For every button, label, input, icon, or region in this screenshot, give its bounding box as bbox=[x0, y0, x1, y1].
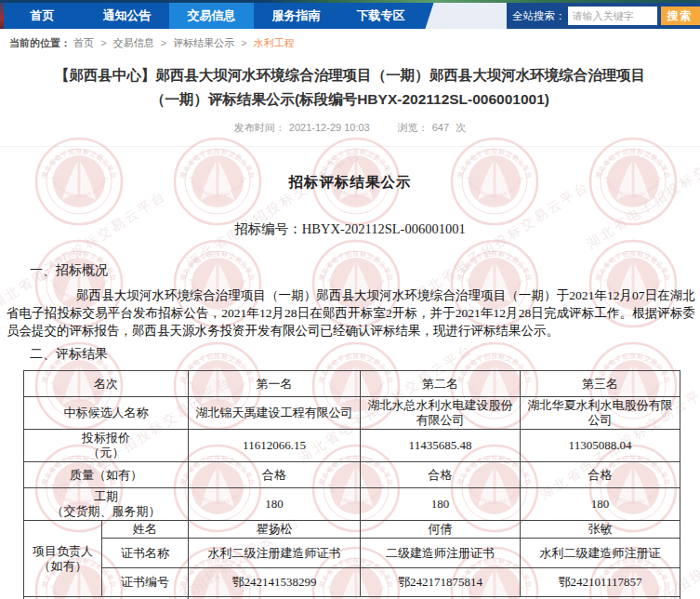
price-2: 11435685.48 bbox=[361, 430, 521, 462]
duration-3: 180 bbox=[521, 488, 680, 521]
page: 首页 通知公告 交易信息 服务指南 下载专区 全站搜索： 搜索 当前的位置： 首… bbox=[0, 0, 700, 599]
table-row-quality: 质量（如有） 合格 合格 合格 bbox=[24, 462, 680, 488]
section1-title: 一、招标概况 bbox=[30, 262, 700, 279]
cert-no-1: 鄂242141538299 bbox=[189, 568, 361, 597]
price-1: 11612066.15 bbox=[189, 430, 361, 462]
nav-tab-trade-info[interactable]: 交易信息 bbox=[169, 3, 254, 29]
leader-name-3: 张敏 bbox=[521, 521, 680, 539]
table-row-header: 名次 第一名 第二名 第三名 bbox=[24, 371, 680, 397]
search-button[interactable]: 搜索 bbox=[661, 7, 700, 25]
table-row-cert-no: 证书编号 鄂242141538299 鄂242171875814 鄂242101… bbox=[24, 568, 680, 597]
bid-number-line: 招标编号：HBYX-202112SL-006001001 bbox=[0, 220, 700, 238]
site-search-bar: 全站搜索： 搜索 bbox=[507, 3, 700, 29]
bid-number-label: 招标编号： bbox=[234, 221, 302, 236]
duration-1: 180 bbox=[189, 488, 361, 521]
section2-title: 二、评标结果 bbox=[30, 346, 700, 363]
quality-1: 合格 bbox=[189, 462, 361, 488]
cert-no-2: 鄂242171875814 bbox=[361, 568, 521, 597]
views-label: 浏览： bbox=[398, 122, 429, 133]
header-first: 第一名 bbox=[189, 371, 361, 397]
search-label: 全站搜索： bbox=[512, 9, 566, 23]
publish-time-value: 2021-12-29 10:03 bbox=[289, 122, 370, 133]
evaluation-result-table: 名次 第一名 第二名 第三名 中标候选人名称 湖北锦天禹建设工程有限公司 湖北水… bbox=[23, 370, 680, 599]
table-row-candidates: 中标候选人名称 湖北锦天禹建设工程有限公司 湖北水总水利水电建设股份有限公司 湖… bbox=[24, 397, 680, 430]
breadcrumb-prefix: 当前的位置： bbox=[9, 37, 71, 48]
top-nav: 首页 通知公告 交易信息 服务指南 下载专区 全站搜索： 搜索 bbox=[0, 3, 700, 29]
nav-tab-home[interactable]: 首页 bbox=[0, 3, 85, 29]
breadcrumb-item-home[interactable]: 首页 bbox=[73, 37, 94, 48]
breadcrumb-item-trade-info[interactable]: 交易信息 bbox=[113, 37, 154, 48]
candidate-1: 湖北锦天禹建设工程有限公司 bbox=[189, 397, 361, 430]
article-content: 招标评标结果公示 招标编号：HBYX-202112SL-006001001 一、… bbox=[0, 173, 700, 599]
cert-no-label: 证书编号 bbox=[102, 568, 189, 597]
nav-tab-service-guide[interactable]: 服务指南 bbox=[254, 3, 338, 29]
cert-name-3: 水利二级建造师注册证 bbox=[521, 539, 680, 568]
nav-tab-downloads[interactable]: 下载专区 bbox=[338, 3, 423, 29]
header-second: 第二名 bbox=[361, 371, 521, 397]
breadcrumb-item-results[interactable]: 评标结果公示 bbox=[173, 37, 234, 48]
cert-no-3: 鄂242101117857 bbox=[521, 568, 680, 597]
section1-paragraph: 郧西县大坝河水环境综合治理项目（一期）郧西县大坝河水环境综合治理项目（一期）于2… bbox=[7, 286, 695, 339]
search-input[interactable] bbox=[568, 7, 657, 25]
breadcrumb-separator: > bbox=[241, 37, 246, 48]
candidate-label: 中标候选人名称 bbox=[24, 397, 189, 430]
table-row-cert-name: 证书名称 水利二级注册建造师证书 二级建造师注册证书 水利二级建造师注册证 bbox=[24, 539, 680, 568]
cert-name-2: 二级建造师注册证书 bbox=[361, 539, 521, 568]
candidate-2: 湖北水总水利水电建设股份有限公司 bbox=[361, 397, 521, 430]
table-row-price: 投标报价 （元） 11612066.15 11435685.48 1130508… bbox=[24, 430, 680, 462]
duration-2: 180 bbox=[361, 488, 521, 521]
candidate-3: 湖北华夏水利水电股份有限公司 bbox=[521, 397, 680, 430]
duration-label: 工期 （交货期、服务期） bbox=[24, 488, 189, 521]
header-rank: 名次 bbox=[24, 371, 189, 397]
price-label: 投标报价 （元） bbox=[24, 430, 189, 462]
name-label: 姓名 bbox=[102, 521, 189, 539]
breadcrumb-separator: > bbox=[100, 37, 106, 48]
article-meta: 发布时间：2021-12-29 10:03浏览：647 次 bbox=[0, 121, 700, 147]
publish-time-label: 发布时间： bbox=[234, 122, 285, 133]
nav-diagonal-divider bbox=[425, 3, 520, 29]
result-heading: 招标评标结果公示 bbox=[0, 173, 700, 193]
header-third: 第三名 bbox=[521, 371, 680, 397]
price-3: 11305088.04 bbox=[521, 430, 680, 462]
nav-tab-notices[interactable]: 通知公告 bbox=[85, 3, 169, 29]
cert-name-label: 证书名称 bbox=[102, 539, 189, 568]
leader-name-1: 瞿扬松 bbox=[189, 521, 361, 539]
table-row-duration: 工期 （交货期、服务期） 180 180 180 bbox=[24, 488, 680, 521]
table-row-leader-name: 项目负责人 （如有） 姓名 瞿扬松 何倩 张敏 bbox=[24, 521, 680, 539]
quality-label: 质量（如有） bbox=[24, 462, 189, 488]
quality-3: 合格 bbox=[521, 462, 680, 488]
leader-group-label: 项目负责人 （如有） bbox=[24, 521, 102, 597]
breadcrumb: 当前的位置： 首页 > 交易信息 > 评标结果公示 > 水利工程 bbox=[0, 29, 700, 56]
article-title: 【郧西县中心】郧西县大坝河水环境综合治理项目（一期）郧西县大坝河水环境综合治理项… bbox=[0, 63, 700, 112]
breadcrumb-item-water-projects[interactable]: 水利工程 bbox=[254, 37, 295, 48]
leader-name-2: 何倩 bbox=[361, 521, 521, 539]
views-suffix: 次 bbox=[456, 122, 466, 133]
window-edge-artifact bbox=[0, 3, 4, 29]
breadcrumb-separator: > bbox=[161, 37, 166, 48]
cert-name-1: 水利二级注册建造师证书 bbox=[189, 539, 361, 568]
bid-number-value: HBYX-202112SL-006001001 bbox=[302, 221, 466, 236]
quality-2: 合格 bbox=[361, 462, 521, 488]
views-count: 647 bbox=[432, 122, 449, 133]
